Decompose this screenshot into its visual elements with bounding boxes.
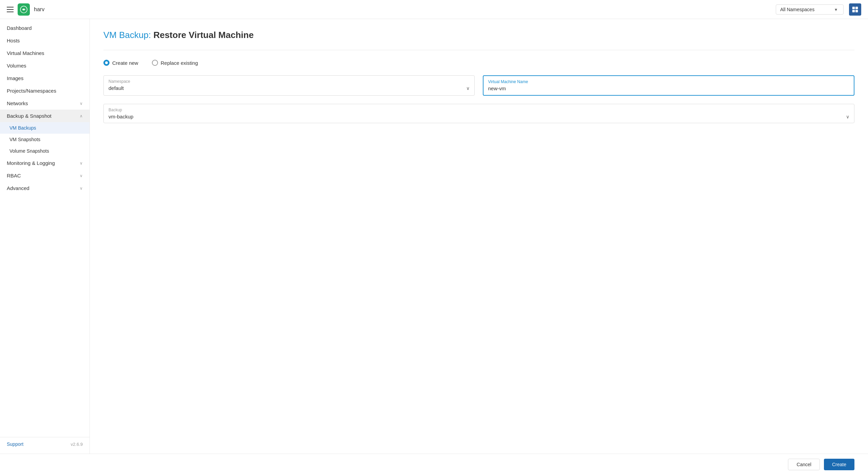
sidebar-item-monitoring[interactable]: Monitoring & Logging ∨ xyxy=(0,157,90,169)
backup-field[interactable]: Backup vm-backup ∨ xyxy=(103,104,854,123)
radio-replace-existing-label: Replace existing xyxy=(161,60,198,66)
sidebar-label-projects: Projects/Namespaces xyxy=(7,88,56,94)
svg-point-1 xyxy=(23,9,24,10)
radio-create-new[interactable]: Create new xyxy=(103,60,138,66)
sidebar-item-advanced[interactable]: Advanced ∨ xyxy=(0,182,90,194)
sidebar-sub-label-vm-snapshots: VM Snapshots xyxy=(9,137,40,142)
sidebar-sub-item-vm-backups[interactable]: VM Backups xyxy=(0,122,90,134)
page-title-prefix: VM Backup: xyxy=(103,30,153,40)
sidebar-item-backup-snapshot[interactable]: Backup & Snapshot ∧ xyxy=(0,110,90,122)
svg-rect-3 xyxy=(855,6,858,9)
sidebar-label-rbac: RBAC xyxy=(7,173,21,178)
monitoring-chevron-icon: ∨ xyxy=(80,161,83,166)
radio-replace-existing[interactable]: Replace existing xyxy=(152,60,198,66)
sidebar: Dashboard Hosts Virtual Machines Volumes… xyxy=(0,19,90,454)
advanced-chevron-icon: ∨ xyxy=(80,186,83,191)
backup-label: Backup xyxy=(108,108,849,112)
sidebar-item-projects[interactable]: Projects/Namespaces xyxy=(0,84,90,97)
sidebar-footer: Support v2.6.9 xyxy=(0,437,90,451)
sidebar-item-images[interactable]: Images xyxy=(0,72,90,84)
namespace-label: Namespace xyxy=(108,79,470,84)
radio-replace-existing-indicator xyxy=(152,60,158,66)
topbar-left: harv xyxy=(7,3,44,16)
sidebar-label-vms: Virtual Machines xyxy=(7,50,44,56)
sidebar-item-volumes[interactable]: Volumes xyxy=(0,59,90,72)
sidebar-label-networks: Networks xyxy=(7,100,28,106)
svg-rect-2 xyxy=(852,6,855,9)
cancel-button[interactable]: Cancel xyxy=(788,459,820,470)
backup-row: Backup vm-backup ∨ xyxy=(103,104,854,123)
sidebar-label-volumes: Volumes xyxy=(7,63,26,69)
namespace-chevron: ▾ xyxy=(835,7,837,12)
namespace-value: All Namespaces xyxy=(780,7,814,12)
title-divider xyxy=(103,50,854,50)
backup-chevron-icon: ∧ xyxy=(80,114,83,118)
main-layout: Dashboard Hosts Virtual Machines Volumes… xyxy=(0,19,868,454)
rbac-chevron-icon: ∨ xyxy=(80,173,83,178)
sidebar-item-hosts[interactable]: Hosts xyxy=(0,34,90,47)
main-content: VM Backup: Restore Virtual Machine Creat… xyxy=(90,19,868,454)
svg-rect-4 xyxy=(852,10,855,12)
topbar: harv All Namespaces ▾ xyxy=(0,0,868,19)
sidebar-label-hosts: Hosts xyxy=(7,38,20,43)
app-name: harv xyxy=(34,6,44,13)
create-button[interactable]: Create xyxy=(824,459,854,470)
sidebar-sub-item-volume-snapshots[interactable]: Volume Snapshots xyxy=(0,145,90,157)
sidebar-sub-label-volume-snapshots: Volume Snapshots xyxy=(9,148,49,154)
namespace-field[interactable]: Namespace default ∨ xyxy=(103,75,475,96)
sidebar-label-monitoring: Monitoring & Logging xyxy=(7,160,55,166)
namespace-vmname-row: Namespace default ∨ Virtual Machine Name xyxy=(103,75,854,96)
namespace-dropdown-chevron: ∨ xyxy=(466,86,470,91)
bottom-action-bar: Cancel Create xyxy=(0,454,868,475)
sidebar-label-images: Images xyxy=(7,75,23,81)
namespace-selector[interactable]: All Namespaces ▾ xyxy=(776,4,844,15)
svg-rect-5 xyxy=(855,10,858,12)
restore-mode-radio-group: Create new Replace existing xyxy=(103,60,854,66)
sidebar-item-rbac[interactable]: RBAC ∨ xyxy=(0,169,90,182)
vm-name-input[interactable] xyxy=(488,86,849,91)
version-label: v2.6.9 xyxy=(71,442,83,447)
app-logo xyxy=(18,3,30,16)
sidebar-label-advanced: Advanced xyxy=(7,185,29,191)
radio-create-new-indicator xyxy=(103,60,110,66)
sidebar-item-virtual-machines[interactable]: Virtual Machines xyxy=(0,47,90,59)
vm-name-field[interactable]: Virtual Machine Name xyxy=(483,75,855,96)
sidebar-item-networks[interactable]: Networks ∨ xyxy=(0,97,90,110)
menu-hamburger[interactable] xyxy=(7,7,14,12)
backup-value: vm-backup ∨ xyxy=(108,114,849,119)
page-title-suffix: Restore Virtual Machine xyxy=(153,30,254,40)
backup-dropdown-chevron: ∨ xyxy=(846,114,849,119)
sidebar-item-dashboard[interactable]: Dashboard xyxy=(0,22,90,34)
user-avatar[interactable] xyxy=(849,3,861,16)
page-title: VM Backup: Restore Virtual Machine xyxy=(103,30,854,40)
support-link[interactable]: Support xyxy=(7,441,23,447)
namespace-value: default ∨ xyxy=(108,85,470,91)
topbar-right: All Namespaces ▾ xyxy=(776,3,861,16)
sidebar-sub-label-vm-backups: VM Backups xyxy=(9,125,36,131)
vm-name-label: Virtual Machine Name xyxy=(488,79,849,84)
sidebar-sub-item-vm-snapshots[interactable]: VM Snapshots xyxy=(0,134,90,145)
sidebar-label-dashboard: Dashboard xyxy=(7,25,32,31)
radio-create-new-label: Create new xyxy=(112,60,138,66)
networks-chevron-icon: ∨ xyxy=(80,101,83,106)
sidebar-label-backup: Backup & Snapshot xyxy=(7,113,52,119)
